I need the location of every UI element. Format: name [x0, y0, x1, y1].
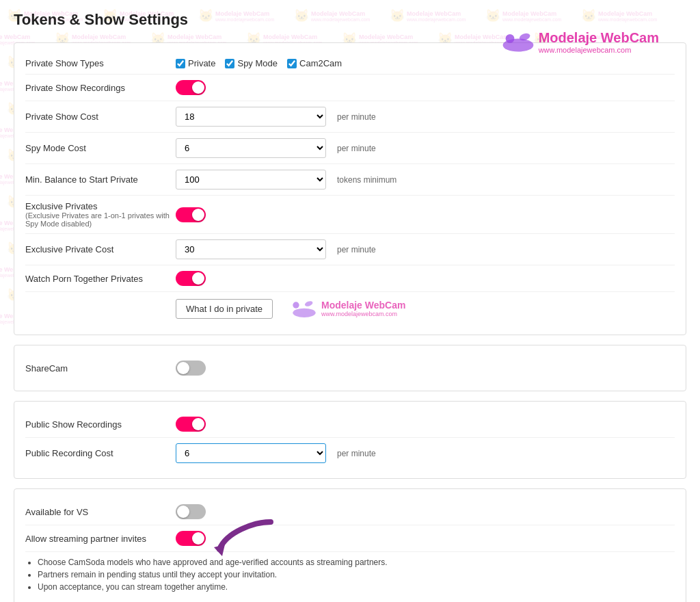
what-i-do-private-control: What I do in private Modelaje WebCam www… [176, 298, 405, 319]
exclusive-privates-sublabel: (Exclusive Privates are 1-on-1 privates … [25, 211, 176, 228]
public-show-section: Public Show Recordings Public Recording … [14, 401, 686, 479]
available-for-vs-row: Available for VS [25, 499, 675, 525]
private-show-recordings-control [176, 80, 206, 95]
sharecam-label: ShareCam [25, 363, 176, 374]
allow-streaming-invites-control [176, 531, 206, 546]
svg-point-8 [304, 300, 314, 307]
exclusive-privates-row: Exclusive Privates (Exclusive Privates a… [25, 196, 675, 234]
private-checkbox-text: Private [188, 58, 215, 68]
private-show-types-control: Private Spy Mode Cam2Cam [176, 58, 342, 68]
watch-porn-together-control [176, 271, 206, 286]
vs-streaming-section: Available for VS Allow streaming partner… [14, 488, 686, 602]
private-show-cost-row: Private Show Cost 681012 14161820 222426… [25, 101, 675, 133]
spy-mode-checkbox[interactable] [225, 59, 234, 68]
public-show-recordings-toggle[interactable] [176, 417, 206, 432]
available-for-vs-label: Available for VS [25, 507, 176, 517]
exclusive-privates-toggle[interactable] [176, 207, 206, 222]
public-recording-cost-unit: per minute [337, 449, 376, 458]
private-checkbox-label[interactable]: Private [176, 58, 215, 68]
public-recording-cost-row: Public Recording Cost 246810 per minute [25, 438, 675, 469]
min-balance-row: Min. Balance to Start Private 0501001502… [25, 164, 675, 196]
svg-point-7 [293, 302, 299, 308]
cam2cam-checkbox-text: Cam2Cam [299, 58, 342, 68]
private-show-cost-select[interactable]: 681012 14161820 2224262830 [176, 107, 326, 127]
available-for-vs-control [176, 504, 206, 519]
streaming-bullet-1: Choose CamSoda models who have approved … [38, 558, 675, 567]
public-show-recordings-control [176, 417, 206, 432]
cam2cam-checkbox[interactable] [287, 59, 297, 68]
private-checkbox[interactable] [176, 59, 185, 68]
private-show-section: Private Show Types Private Spy Mode Cam2… [14, 42, 686, 335]
exclusive-private-cost-label: Exclusive Private Cost [25, 244, 176, 254]
sharecam-toggle[interactable] [176, 361, 206, 376]
exclusive-private-cost-unit: per minute [337, 245, 376, 254]
watch-porn-together-toggle[interactable] [176, 271, 206, 286]
public-recording-cost-control: 246810 per minute [176, 443, 376, 463]
min-balance-control: 050100150200250300 tokens minimum [176, 170, 396, 189]
page-title: Tokens & Show Settings [14, 11, 686, 29]
svg-marker-9 [214, 545, 225, 556]
allow-streaming-invites-row: Allow streaming partner invites [25, 525, 675, 552]
public-show-recordings-row: Public Show Recordings [25, 411, 675, 438]
watch-porn-together-label: Watch Porn Together Privates [25, 274, 176, 284]
spy-mode-checkbox-label[interactable]: Spy Mode [225, 58, 278, 68]
allow-streaming-invites-toggle[interactable] [176, 531, 206, 546]
private-show-cost-unit: per minute [337, 112, 376, 122]
allow-streaming-invites-label: Allow streaming partner invites [25, 534, 176, 544]
watch-porn-together-row: Watch Porn Together Privates [25, 265, 675, 292]
private-show-recordings-label: Private Show Recordings [25, 83, 176, 93]
private-show-recordings-row: Private Show Recordings [25, 75, 675, 101]
svg-point-6 [293, 309, 315, 317]
public-recording-cost-select[interactable]: 246810 [176, 443, 326, 463]
exclusive-private-cost-select[interactable]: 1012141618 2022242628 30 [176, 239, 326, 259]
private-show-types-label: Private Show Types [25, 58, 176, 68]
spy-mode-checkbox-text: Spy Mode [237, 58, 278, 68]
sharecam-control [176, 361, 206, 376]
exclusive-private-cost-control: 1012141618 2022242628 30 per minute [176, 239, 376, 259]
streaming-bullets: Choose CamSoda models who have approved … [25, 558, 675, 592]
brand-logo-top: Modelaje WebCam www.modelajewebcam.com [502, 27, 659, 57]
spy-mode-cost-label: Spy Mode Cost [25, 143, 176, 153]
streaming-bullet-2: Partners remain in pending status until … [38, 570, 675, 579]
exclusive-private-cost-row: Exclusive Private Cost 1012141618 202224… [25, 234, 675, 265]
public-recording-cost-label: Public Recording Cost [25, 448, 176, 458]
private-show-cost-label: Private Show Cost [25, 112, 176, 122]
spy-mode-cost-control: 24681012 per minute [176, 138, 376, 158]
private-show-cost-control: 681012 14161820 2224262830 per minute [176, 107, 376, 127]
sharecam-section: ShareCam [14, 345, 686, 391]
min-balance-select[interactable]: 050100150200250300 [176, 170, 326, 189]
exclusive-privates-control [176, 207, 206, 222]
public-show-recordings-label: Public Show Recordings [25, 419, 176, 430]
spy-mode-cost-row: Spy Mode Cost 24681012 per minute [25, 133, 675, 164]
spy-mode-cost-unit: per minute [337, 144, 376, 153]
sharecam-row: ShareCam [25, 355, 675, 381]
arrow-pointing-toggle [213, 519, 274, 560]
exclusive-privates-label: Exclusive Privates (Exclusive Privates a… [25, 201, 176, 228]
svg-point-1 [505, 34, 514, 43]
spy-mode-cost-select[interactable]: 24681012 [176, 138, 326, 158]
private-show-recordings-toggle[interactable] [176, 80, 206, 95]
cam2cam-checkbox-label[interactable]: Cam2Cam [287, 58, 342, 68]
what-i-do-in-private-button[interactable]: What I do in private [176, 299, 273, 319]
min-balance-label: Min. Balance to Start Private [25, 174, 176, 185]
min-balance-unit: tokens minimum [337, 175, 396, 185]
available-for-vs-toggle[interactable] [176, 504, 206, 519]
manage-streaming-row: Manage Streaming Partners [25, 597, 675, 602]
what-i-do-private-row: What I do in private Modelaje WebCam www… [25, 292, 675, 325]
streaming-bullet-3: Upon acceptance, you can stream together… [38, 582, 675, 592]
